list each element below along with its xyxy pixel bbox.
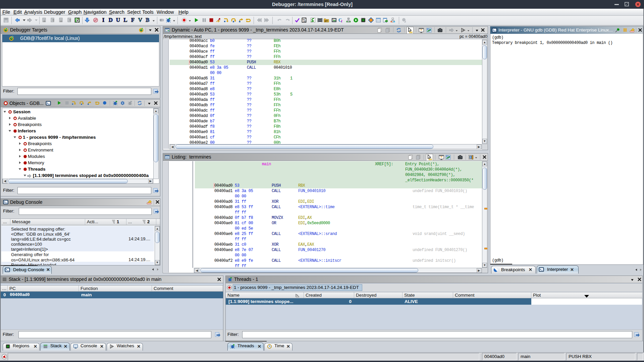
svg-text:DT: DT bbox=[325, 20, 328, 22]
svg-text:f: f bbox=[341, 19, 342, 23]
svg-text:01: 01 bbox=[304, 20, 306, 22]
